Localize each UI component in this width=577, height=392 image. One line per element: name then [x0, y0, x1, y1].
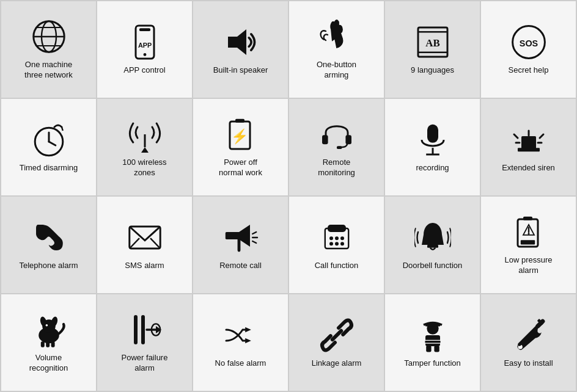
cell-linkage: Linkage alarm — [288, 294, 384, 391]
cell-label: Extended siren — [502, 163, 555, 173]
phone-old-icon — [31, 219, 67, 256]
cell-label: Remote call — [219, 261, 262, 271]
svg-point-61 — [527, 233, 529, 234]
cell-poweroff: ⚡ Power offnormal work — [193, 98, 288, 196]
svg-rect-58 — [520, 240, 534, 244]
cell-siren: Extended siren — [480, 98, 576, 196]
dog-icon — [31, 311, 67, 348]
battery-low-icon — [510, 214, 547, 250]
svg-point-53 — [335, 242, 339, 245]
battery-charge-icon: ⚡ — [222, 116, 259, 153]
svg-marker-75 — [245, 338, 251, 343]
svg-rect-57 — [523, 217, 532, 220]
worker-icon — [414, 317, 451, 354]
svg-rect-66 — [40, 341, 44, 347]
svg-rect-31 — [521, 136, 536, 149]
cell-label: Secret help — [509, 65, 549, 76]
envelope-icon — [127, 219, 163, 256]
headset-icon — [318, 116, 355, 153]
svg-rect-67 — [46, 341, 50, 347]
cell-tamper: Tamper function — [384, 294, 480, 391]
cell-label: Linkage alarm — [312, 358, 362, 369]
svg-text:SOS: SOS — [519, 38, 538, 48]
svg-point-52 — [329, 242, 333, 245]
cell-telephone: Telephone alarm — [1, 196, 97, 294]
telephone-icon — [318, 219, 355, 256]
svg-rect-25 — [322, 135, 328, 144]
cell-wireless: 100 wirelesszones — [97, 98, 193, 196]
cell-label: Power offnormal work — [219, 158, 262, 178]
cell-label: Telephone alarm — [19, 261, 78, 271]
touch-icon — [318, 18, 355, 55]
cell-volume: Volumerecognition — [1, 294, 97, 391]
cell-label: Low pressurealarm — [504, 255, 552, 276]
svg-text:⚡: ⚡ — [231, 128, 249, 145]
cell-label: 9 languages — [411, 65, 454, 76]
svg-text:AB: AB — [425, 37, 439, 49]
svg-marker-76 — [245, 327, 251, 332]
svg-line-40 — [150, 238, 160, 249]
mic-icon — [414, 122, 451, 158]
speaker-icon — [222, 24, 259, 60]
svg-rect-28 — [427, 124, 438, 142]
svg-rect-32 — [518, 148, 540, 151]
cell-languages: AB 9 languages — [384, 1, 480, 98]
svg-point-49 — [329, 236, 333, 240]
cell-doorbell: Doorbell function — [384, 196, 480, 294]
cell-label: Volumerecognition — [29, 353, 68, 374]
cell-label: 100 wirelesszones — [122, 158, 166, 178]
wireless-icon — [127, 116, 163, 153]
cell-no-false: No false alarm — [193, 294, 288, 391]
svg-rect-27 — [337, 146, 342, 149]
svg-rect-83 — [434, 345, 439, 352]
cell-label: Timed disarming — [20, 163, 78, 173]
svg-text:APP: APP — [138, 42, 151, 49]
svg-rect-48 — [328, 225, 346, 232]
cell-label: One-buttonarming — [317, 60, 356, 81]
cell-easy-install: Easy to install — [480, 294, 576, 391]
cell-call: Call function — [288, 196, 384, 294]
cell-label: No false alarm — [215, 358, 266, 369]
svg-line-77 — [332, 330, 340, 339]
cell-sos: SOS Secret help — [480, 1, 576, 98]
cell-label: Easy to install — [504, 358, 553, 369]
cell-label: Power failurealarm — [122, 353, 168, 374]
svg-line-44 — [252, 232, 256, 234]
wrench-icon — [510, 317, 547, 354]
svg-point-54 — [340, 242, 344, 245]
svg-rect-68 — [51, 341, 54, 347]
cell-remote-call: Remote call — [193, 196, 288, 294]
cell-label: SMS alarm — [125, 261, 164, 271]
svg-marker-21 — [141, 147, 149, 153]
chain-icon — [318, 317, 355, 354]
book-icon: AB — [414, 24, 451, 60]
svg-rect-23 — [235, 119, 244, 123]
cell-label: Built-in speaker — [213, 65, 268, 76]
svg-rect-42 — [225, 232, 229, 239]
svg-point-69 — [45, 324, 48, 327]
cell-one-machine: One machinethree network — [1, 1, 97, 98]
cell-power-failure: Power failurealarm — [97, 294, 193, 391]
megaphone-icon — [222, 219, 259, 256]
bell-ring-icon — [414, 219, 451, 256]
cell-one-button: One-buttonarming — [288, 1, 384, 98]
svg-line-39 — [129, 238, 139, 249]
svg-rect-26 — [345, 135, 351, 144]
svg-line-18 — [49, 142, 56, 145]
svg-point-8 — [143, 53, 146, 56]
cell-label: Call function — [315, 261, 359, 271]
cell-low-pressure: Low pressurealarm — [480, 196, 576, 294]
siren-icon — [510, 122, 547, 158]
cell-app-control: APP APP control — [97, 1, 193, 98]
globe-icon — [31, 18, 67, 55]
svg-rect-6 — [139, 28, 150, 31]
cell-speaker: Built-in speaker — [193, 1, 288, 98]
cell-recording: recording — [384, 98, 480, 196]
svg-rect-81 — [424, 340, 440, 343]
app-icon: APP — [127, 24, 163, 60]
cell-label: Tamper function — [404, 358, 461, 369]
svg-line-34 — [540, 134, 543, 138]
cell-label: APP control — [123, 65, 165, 76]
feature-grid: One machinethree network APP APP control… — [0, 0, 577, 392]
shuffle-icon — [222, 317, 259, 354]
